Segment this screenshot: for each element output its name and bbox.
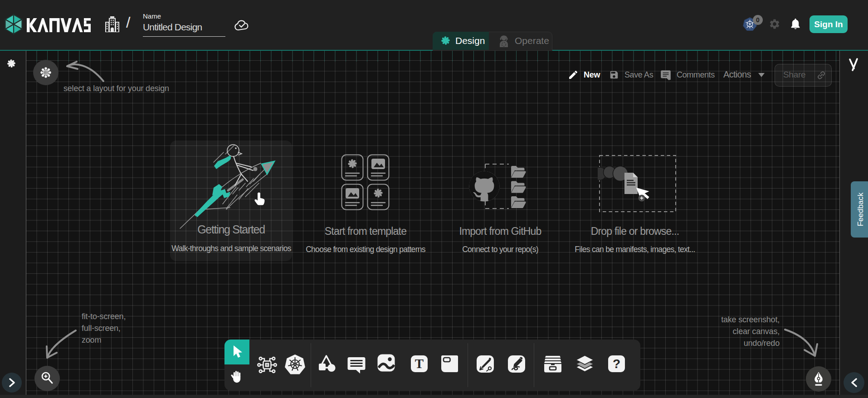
svg-text:T: T xyxy=(415,356,424,371)
svg-text:?: ? xyxy=(613,357,620,371)
